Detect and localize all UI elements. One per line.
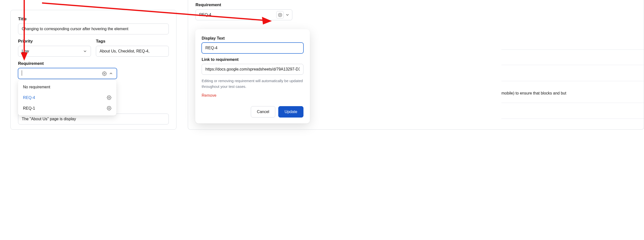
tags-col: Tags About Us, Checklist, REQ-4,	[96, 39, 169, 57]
link-value: https://docs.google.com/spreadsheets/d/7…	[205, 67, 300, 72]
dropdown-item-req1[interactable]: REQ-1	[18, 103, 116, 113]
requirement-combobox[interactable]	[18, 68, 117, 79]
svg-point-3	[280, 14, 280, 15]
chevron-down-icon	[285, 13, 290, 17]
left-panel: Title Changing to corresponding cursor a…	[10, 10, 176, 130]
requirement-container: No requirement REQ-4 REQ-1	[18, 68, 117, 79]
requirement-label-right: Requirement	[196, 3, 636, 8]
priority-value: Low	[22, 49, 83, 54]
edit-hint: Editing or removing requirement will aut…	[202, 78, 304, 89]
requirement-section: Requirement No requirement REQ-4 REQ-1	[18, 61, 169, 79]
priority-col: Priority Low	[18, 39, 91, 57]
dropdown-item-req1-label: REQ-1	[23, 106, 107, 111]
cancel-button[interactable]: Cancel	[251, 106, 276, 118]
dropdown-no-requirement[interactable]: No requirement	[18, 82, 116, 92]
title-label: Title	[18, 17, 169, 22]
title-input[interactable]: Changing to corresponding cursor after h…	[18, 24, 169, 34]
priority-select[interactable]: Low	[18, 46, 91, 57]
link-label: Link to requirement	[202, 57, 304, 62]
gear-icon[interactable]	[102, 71, 107, 76]
requirement-select-right[interactable]: REQ-4	[196, 10, 292, 20]
link-input[interactable]: https://docs.google.com/spreadsheets/d/7…	[202, 64, 304, 75]
gear-icon[interactable]	[107, 95, 112, 100]
priority-tags-row: Priority Low Tags About Us, Checklist, R…	[18, 39, 169, 57]
chevron-up-icon	[109, 71, 113, 76]
text-cursor	[22, 70, 22, 76]
edit-requirement-popover: Display Text REQ-4 Link to requirement h…	[195, 29, 310, 123]
bg-divider	[502, 65, 644, 65]
bg-text-fragment: mobile) to ensure that blocks and but	[502, 91, 566, 96]
requirement-label: Requirement	[18, 61, 169, 66]
requirement-value	[22, 70, 102, 77]
title-value: Changing to corresponding cursor after h…	[22, 27, 128, 31]
remove-link[interactable]: Remove	[202, 93, 216, 98]
display-text-label: Display Text	[202, 36, 304, 41]
requirement-settings-button[interactable]	[276, 11, 284, 19]
svg-point-2	[108, 108, 110, 109]
chevron-down-icon	[83, 49, 87, 54]
bg-divider	[502, 103, 644, 103]
dropdown-item-req4[interactable]: REQ-4	[18, 93, 116, 102]
update-button[interactable]: Update	[278, 106, 304, 118]
gear-icon[interactable]	[107, 106, 112, 111]
display-text-value: REQ-4	[205, 46, 218, 50]
svg-point-0	[104, 73, 105, 74]
bg-divider	[502, 50, 644, 50]
gear-icon	[278, 13, 282, 17]
requirement-dropdown: No requirement REQ-4 REQ-1	[18, 80, 116, 116]
tags-label: Tags	[96, 39, 169, 44]
bottom-text-value: The "About Us" page is display	[22, 117, 76, 121]
bg-divider	[502, 119, 644, 119]
requirement-value-right: REQ-4	[199, 13, 275, 17]
popover-actions: Cancel Update	[202, 106, 304, 118]
tags-input[interactable]: About Us, Checklist, REQ-4,	[96, 46, 169, 57]
dropdown-item-req4-label: REQ-4	[23, 96, 107, 100]
bg-divider	[502, 81, 644, 81]
svg-point-1	[108, 97, 110, 98]
dropdown-no-requirement-label: No requirement	[23, 85, 112, 89]
display-text-input[interactable]: REQ-4	[202, 43, 304, 54]
tags-value: About Us, Checklist, REQ-4,	[100, 49, 150, 54]
requirement-row-right: REQ-4	[196, 10, 636, 20]
priority-label: Priority	[18, 39, 91, 44]
